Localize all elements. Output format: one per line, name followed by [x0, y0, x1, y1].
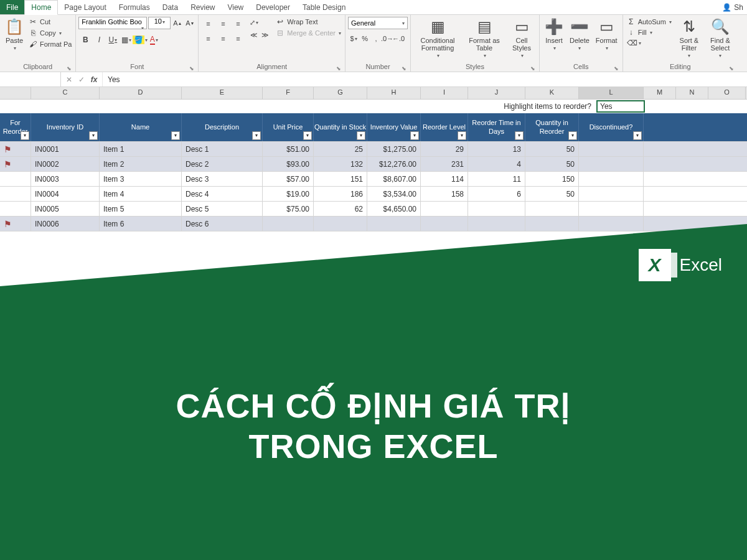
- cell-desc[interactable]: Desc 3: [182, 172, 263, 186]
- cell-desc[interactable]: Desc 6: [182, 217, 263, 231]
- name-box[interactable]: [0, 72, 61, 86]
- header-cell[interactable]: Inventory Value▾: [367, 113, 421, 141]
- filter-dropdown-icon[interactable]: ▾: [515, 131, 524, 140]
- column-header-H[interactable]: H: [367, 87, 421, 99]
- cell-time[interactable]: [468, 202, 525, 216]
- tab-developer[interactable]: Developer: [250, 0, 296, 14]
- cell-qty[interactable]: 25: [314, 142, 367, 156]
- column-header-rownum[interactable]: [0, 87, 31, 99]
- wrap-text-button[interactable]: ↩Wrap Text: [275, 17, 342, 27]
- increase-indent-button[interactable]: ≫: [260, 29, 271, 40]
- filter-dropdown-icon[interactable]: ▾: [21, 131, 29, 140]
- cell-desc[interactable]: Desc 5: [182, 202, 263, 216]
- tab-review[interactable]: Review: [184, 0, 221, 14]
- cell-qty[interactable]: [314, 217, 367, 231]
- cell-reorder[interactable]: 158: [421, 187, 468, 201]
- copy-button[interactable]: ⎘Copy▾: [27, 28, 73, 38]
- filter-dropdown-icon[interactable]: ▾: [303, 131, 312, 140]
- column-header-M[interactable]: M: [644, 87, 676, 99]
- flag-cell[interactable]: [0, 187, 31, 201]
- align-middle-button[interactable]: ≡: [216, 17, 230, 30]
- filter-dropdown-icon[interactable]: ▾: [357, 131, 365, 140]
- cell-styles-button[interactable]: ▭Cell Styles▾: [507, 17, 537, 60]
- formula-input[interactable]: Yes: [103, 74, 747, 85]
- cell-qty[interactable]: 151: [314, 172, 367, 186]
- align-top-button[interactable]: ≡: [201, 17, 215, 30]
- cell-desc[interactable]: Desc 2: [182, 157, 263, 171]
- insert-button[interactable]: ➕Insert▾: [542, 17, 566, 52]
- cell-id[interactable]: IN0006: [31, 217, 100, 231]
- flag-cell[interactable]: ⚑: [0, 157, 31, 171]
- cell-desc[interactable]: Desc 4: [182, 187, 263, 201]
- decrease-font-button[interactable]: A▼: [184, 17, 195, 29]
- cell-name[interactable]: Item 5: [100, 202, 182, 216]
- orientation-button[interactable]: ⤢▾: [248, 17, 260, 28]
- table-row[interactable]: ⚑IN0001Item 1Desc 1$51.0025$1,275.002913…: [0, 142, 747, 157]
- share-button[interactable]: 👤Sh: [718, 0, 747, 14]
- conditional-formatting-button[interactable]: ▦Conditional Formatting▾: [413, 17, 462, 60]
- bold-button[interactable]: B: [78, 33, 92, 47]
- column-header-K[interactable]: K: [525, 87, 579, 99]
- cell-qty[interactable]: 132: [314, 157, 367, 171]
- filter-dropdown-icon[interactable]: ▾: [410, 131, 419, 140]
- table-row[interactable]: IN0003Item 3Desc 3$57.00151$8,607.001141…: [0, 172, 747, 187]
- cell-disc[interactable]: [579, 142, 644, 156]
- cell-reorder[interactable]: [421, 217, 468, 231]
- cell-disc[interactable]: [579, 172, 644, 186]
- accept-formula-button[interactable]: ✓: [76, 75, 87, 84]
- filter-dropdown-icon[interactable]: ▾: [171, 131, 180, 140]
- cell-value[interactable]: $12,276.00: [367, 157, 421, 171]
- cell-disc[interactable]: [579, 157, 644, 171]
- column-header-D[interactable]: D: [100, 87, 182, 99]
- cell-price[interactable]: $51.00: [263, 142, 314, 156]
- header-cell[interactable]: Name▾: [100, 113, 182, 141]
- cell-reorder[interactable]: [421, 202, 468, 216]
- format-painter-button[interactable]: 🖌Format Pa: [27, 39, 73, 49]
- filter-dropdown-icon[interactable]: ▾: [633, 131, 642, 140]
- filter-dropdown-icon[interactable]: ▾: [458, 131, 466, 140]
- cell-value[interactable]: $1,275.00: [367, 142, 421, 156]
- cell-name[interactable]: Item 4: [100, 187, 182, 201]
- cell-name[interactable]: Item 3: [100, 172, 182, 186]
- tab-table-design[interactable]: Table Design: [296, 0, 352, 14]
- percent-format-button[interactable]: %: [359, 33, 370, 44]
- flag-cell[interactable]: [0, 202, 31, 216]
- underline-button[interactable]: U▾: [106, 33, 120, 47]
- cell-reorder[interactable]: 29: [421, 142, 468, 156]
- italic-button[interactable]: I: [92, 33, 106, 47]
- column-header-J[interactable]: J: [468, 87, 525, 99]
- decrease-decimal-button[interactable]: ←.0: [393, 33, 404, 44]
- column-header-O[interactable]: O: [708, 87, 746, 99]
- cell-value[interactable]: $3,534.00: [367, 187, 421, 201]
- filter-dropdown-icon[interactable]: ▾: [89, 131, 98, 140]
- cell-disc[interactable]: [579, 202, 644, 216]
- tab-page-layout[interactable]: Page Layout: [58, 0, 112, 14]
- comma-format-button[interactable]: ,: [370, 33, 382, 44]
- paste-button[interactable]: 📋 Paste ▾: [2, 17, 26, 52]
- number-format-select[interactable]: General▾: [348, 17, 408, 29]
- cell-id[interactable]: IN0003: [31, 172, 100, 186]
- cell-time[interactable]: 13: [468, 142, 525, 156]
- merge-center-button[interactable]: ⊟Merge & Center▾: [275, 28, 342, 38]
- cell-qty[interactable]: 186: [314, 187, 367, 201]
- column-header-I[interactable]: I: [421, 87, 468, 99]
- find-select-button[interactable]: 🔍Find & Select▾: [705, 17, 735, 60]
- cell-disc[interactable]: [579, 217, 644, 231]
- cell-id[interactable]: IN0004: [31, 187, 100, 201]
- cell-value[interactable]: $8,607.00: [367, 172, 421, 186]
- tab-home[interactable]: Home: [24, 0, 58, 15]
- delete-button[interactable]: ➖Delete▾: [567, 17, 592, 52]
- cell-reorder[interactable]: 114: [421, 172, 468, 186]
- header-cell[interactable]: For Reorder▾: [0, 113, 31, 141]
- cell-qro[interactable]: 50: [525, 187, 579, 201]
- cell-name[interactable]: Item 2: [100, 157, 182, 171]
- cell-time[interactable]: 4: [468, 157, 525, 171]
- filter-dropdown-icon[interactable]: ▾: [568, 131, 577, 140]
- cell-price[interactable]: $93.00: [263, 157, 314, 171]
- column-header-G[interactable]: G: [314, 87, 367, 99]
- cell-time[interactable]: 6: [468, 187, 525, 201]
- header-cell[interactable]: Description▾: [182, 113, 263, 141]
- font-name-select[interactable]: Franklin Gothic Boo▾: [78, 17, 147, 29]
- header-cell[interactable]: Reorder Level▾: [421, 113, 468, 141]
- tab-file[interactable]: File: [0, 0, 24, 14]
